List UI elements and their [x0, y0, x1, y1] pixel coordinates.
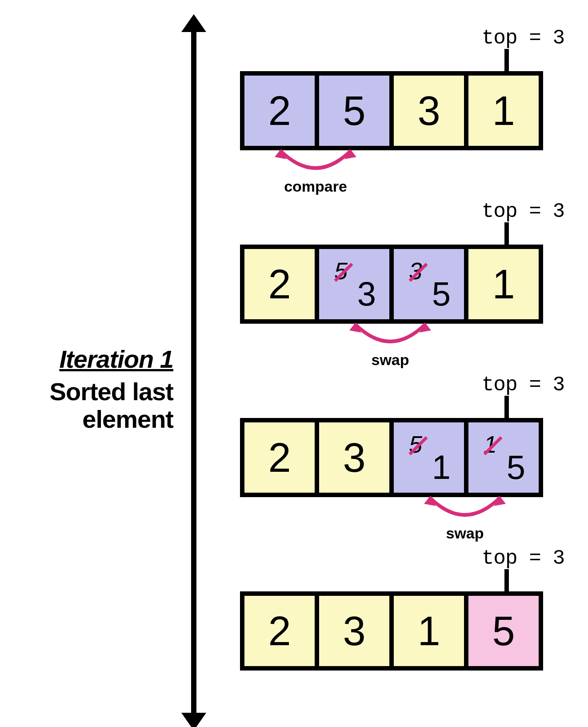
- array-cell-swap: 5 3: [319, 249, 394, 319]
- array-cell-swap: 5 1: [394, 422, 468, 493]
- new-value: 3: [357, 274, 376, 313]
- array-cell: 1: [468, 76, 539, 146]
- iteration-subtitle: Sorted last element: [4, 378, 173, 433]
- top-pointer-tick: [504, 49, 509, 71]
- arc-label: swap: [420, 525, 509, 542]
- arc-label: swap: [346, 351, 435, 369]
- new-value: 1: [432, 448, 451, 486]
- array-cell: 3: [319, 596, 394, 666]
- array-cell: 2: [244, 76, 319, 146]
- old-value: 5: [409, 430, 422, 458]
- array-row: 2 5 3 3 5 1: [240, 245, 543, 324]
- vertical-range-arrow: [191, 27, 196, 718]
- top-pointer-label: top = 3: [482, 200, 564, 223]
- diagram-stage: Iteration 1 Sorted last element top = 3 …: [9, 9, 588, 727]
- top-pointer-label: top = 3: [482, 547, 564, 570]
- array-cell-swap: 3 5: [394, 249, 468, 319]
- top-pointer-label: top = 3: [482, 374, 564, 397]
- array-cell: 5: [319, 76, 394, 146]
- array-cell: 1: [468, 249, 539, 319]
- array-cell: 3: [394, 76, 468, 146]
- top-pointer-tick: [504, 396, 509, 418]
- array-cell-sorted: 5: [468, 596, 539, 666]
- new-value: 5: [432, 274, 451, 313]
- old-value: 1: [484, 430, 497, 458]
- array-cell-swap: 1 5: [468, 422, 539, 493]
- array-cell: 3: [319, 422, 394, 493]
- old-value: 5: [334, 257, 348, 285]
- array-row: 2 3 5 1 1 5: [240, 418, 543, 497]
- arc-label: compare: [271, 178, 360, 195]
- array-cell: 2: [244, 422, 319, 493]
- iteration-title: Iteration 1: [22, 345, 173, 374]
- new-value: 5: [507, 448, 525, 486]
- top-pointer-tick: [504, 569, 509, 591]
- old-value: 3: [409, 257, 422, 285]
- top-pointer-label: top = 3: [482, 27, 564, 50]
- top-pointer-tick: [504, 222, 509, 245]
- array-row: 2 3 1 5: [240, 591, 543, 671]
- array-cell: 1: [394, 596, 468, 666]
- array-cell: 2: [244, 249, 319, 319]
- array-row: 2 5 3 1: [240, 71, 543, 150]
- array-cell: 2: [244, 596, 319, 666]
